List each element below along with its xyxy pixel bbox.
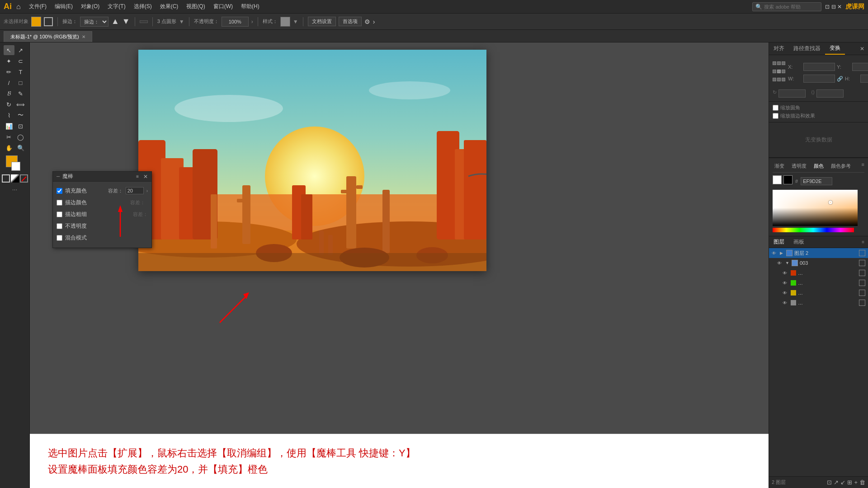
select-tool[interactable]: ↖ (4, 45, 14, 55)
w-input[interactable] (803, 75, 835, 83)
opacity-checkbox[interactable] (57, 223, 62, 229)
color-gradient-picker[interactable] (773, 190, 858, 226)
menu-help[interactable]: 帮助(H) (237, 2, 263, 11)
menu-view[interactable]: 视图(Q) (183, 2, 208, 11)
black-swatch[interactable] (783, 175, 793, 184)
tab-layers[interactable]: 图层 (769, 236, 789, 248)
new-layer-btn[interactable]: + (854, 479, 858, 486)
line-tool[interactable]: / (4, 78, 14, 88)
preferences-btn[interactable]: 首选项 (339, 17, 362, 26)
menu-window[interactable]: 窗口(W) (210, 2, 236, 11)
layer-eye-icon[interactable]: 👁 (772, 251, 778, 256)
opacity-input[interactable] (222, 17, 249, 27)
tab-transparency[interactable]: 透明度 (790, 162, 808, 170)
magic-wand-tool[interactable]: ✦ (4, 56, 14, 66)
layers-panel-menu[interactable]: ≡ (858, 238, 868, 246)
scale-strokes-checkbox[interactable] (773, 113, 778, 119)
scale-corners-checkbox[interactable] (773, 105, 778, 111)
panel-minimize-btn[interactable]: ─ (57, 174, 60, 179)
new-layer-from-selection[interactable]: ⊡ (827, 479, 832, 486)
layer-green-eye[interactable]: 👁 (783, 281, 789, 286)
layer-red-vis[interactable] (859, 270, 865, 276)
layer-gray-eye[interactable]: 👁 (783, 300, 789, 305)
tab-artboards[interactable]: 画板 (789, 236, 809, 248)
style-dropdown[interactable]: ▼ (293, 19, 298, 25)
text-tool[interactable]: T (15, 67, 26, 77)
zoom-tool[interactable]: 🔍 (15, 143, 26, 153)
x-input[interactable] (803, 63, 835, 71)
delete-layer-btn[interactable]: 🗑 (859, 479, 865, 486)
mode-select[interactable]: 操边： (80, 17, 108, 27)
rect-tool[interactable]: □ (15, 78, 26, 88)
layer-expand-icon[interactable]: ▶ (780, 251, 784, 255)
color-panel-menu[interactable]: ≡ (862, 162, 864, 170)
shear-input[interactable] (816, 89, 844, 98)
opacity-arrow[interactable]: › (251, 19, 253, 25)
toolbar-expand-btn[interactable]: › (373, 18, 375, 25)
fill-tolerance-arrow[interactable]: › (146, 188, 148, 193)
layer-003-expand[interactable]: ▼ (785, 261, 790, 265)
white-swatch[interactable] (773, 175, 782, 184)
rotation-input[interactable] (778, 89, 806, 98)
stroke-swatch[interactable] (44, 17, 53, 26)
pencil-tool[interactable]: ✎ (15, 89, 26, 99)
layer-row-gray[interactable]: 👁 … (769, 298, 868, 308)
color-hue-bar[interactable] (773, 228, 854, 232)
stroke-width-checkbox[interactable] (57, 211, 62, 217)
layer-visibility[interactable] (859, 250, 865, 256)
fill-color-swatch[interactable] (31, 17, 41, 27)
lasso-tool[interactable]: ⊂ (15, 56, 26, 66)
menu-object[interactable]: 对象(O) (77, 2, 103, 11)
menu-effect[interactable]: 效果(C) (156, 2, 182, 11)
eraser-tool[interactable]: ◯ (15, 132, 26, 142)
background-color[interactable] (11, 162, 20, 171)
layer-row-layer2[interactable]: 👁 ▶ 图层 2 (769, 248, 868, 258)
layer-gray-vis[interactable] (859, 300, 865, 306)
release-to-layers[interactable]: ↙ (840, 479, 845, 486)
fill-color-checkbox[interactable] (57, 188, 62, 194)
paintbrush-tool[interactable]: 𝓑 (4, 89, 14, 99)
doc-settings-btn[interactable]: 文档设置 (308, 17, 336, 26)
layer-003-eye[interactable]: 👁 (777, 261, 783, 266)
tab-gradient[interactable]: 渐变 (773, 162, 786, 170)
menu-edit[interactable]: 编辑(E) (51, 2, 76, 11)
layer-red-eye[interactable]: 👁 (783, 271, 789, 276)
mode-down-btn[interactable]: ▼ (122, 17, 130, 26)
stroke-color-checkbox[interactable] (57, 200, 62, 206)
document-tab-1[interactable]: 未标题-1* @ 100% (RGB/预览) ✕ (4, 31, 92, 42)
slice-tool[interactable]: ✂ (4, 132, 14, 142)
menu-select[interactable]: 选择(S) (130, 2, 156, 11)
layer-row-003[interactable]: 👁 ▼ 003 (769, 258, 868, 268)
none-btn[interactable] (20, 174, 28, 183)
tab-color[interactable]: 颜色 (812, 162, 826, 170)
hex-input[interactable] (801, 177, 832, 185)
y-input[interactable] (852, 63, 868, 71)
column-graph-tool[interactable]: 📊 (4, 121, 14, 131)
mode-up-btn[interactable]: ▲ (111, 17, 119, 26)
fill-tolerance-input[interactable] (126, 187, 144, 194)
layer-row-yellow[interactable]: 👁 … (769, 288, 868, 298)
hand-tool[interactable]: ✋ (4, 143, 14, 153)
preferences-icon[interactable]: ⚙ (364, 18, 370, 25)
tab-transform[interactable]: 变换 (825, 42, 845, 55)
collect-in-new-layer[interactable]: ↗ (834, 479, 839, 486)
pen-tool[interactable]: ✏ (4, 67, 14, 77)
tab-align[interactable]: 对齐 (769, 43, 789, 54)
panel-menu-btn[interactable]: ≡ (136, 174, 139, 179)
layer-003-vis[interactable] (859, 260, 865, 266)
point-dropdown-btn[interactable]: ▼ (179, 19, 184, 25)
tab-pathfinder[interactable]: 路径查找器 (789, 43, 825, 54)
layer-row-green[interactable]: 👁 … (769, 278, 868, 288)
more-tools-btn[interactable]: … (12, 185, 18, 192)
panel-close-btn[interactable]: ✕ (143, 174, 148, 180)
right-panel-close-btn[interactable]: ✕ (856, 44, 868, 54)
style-swatch[interactable] (280, 17, 290, 27)
layer-row-red[interactable]: 👁 … (769, 268, 868, 278)
layer-yellow-eye[interactable]: 👁 (783, 291, 789, 296)
rotate-tool[interactable]: ↻ (4, 99, 14, 109)
width-tool[interactable]: ⌇ (4, 110, 14, 120)
reflect-tool[interactable]: ⟺ (15, 99, 26, 109)
artboard-tool[interactable]: ⊡ (15, 121, 26, 131)
layer-green-vis[interactable] (859, 280, 865, 286)
h-input[interactable] (860, 75, 868, 83)
